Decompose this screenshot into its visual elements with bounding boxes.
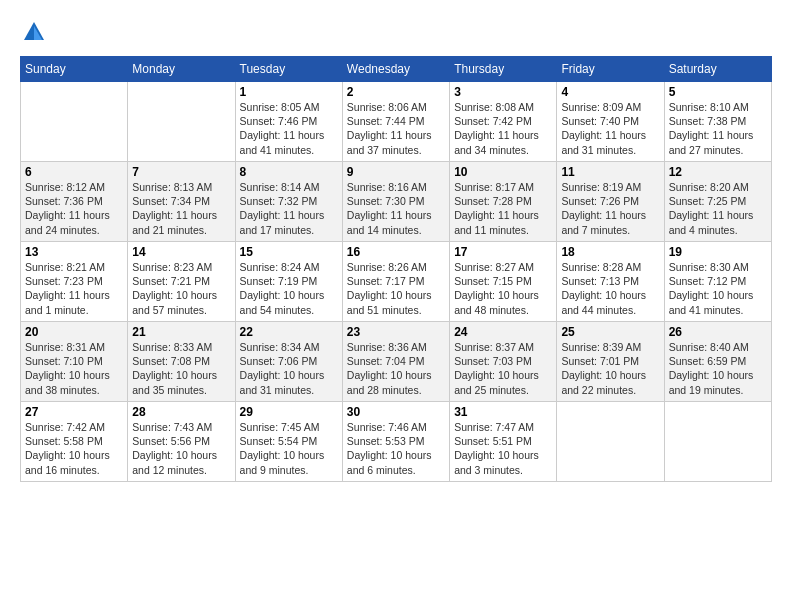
calendar-cell: 8Sunrise: 8:14 AMSunset: 7:32 PMDaylight… bbox=[235, 162, 342, 242]
day-number: 8 bbox=[240, 165, 338, 179]
day-number: 19 bbox=[669, 245, 767, 259]
day-info: Sunrise: 8:33 AMSunset: 7:08 PMDaylight:… bbox=[132, 340, 230, 397]
day-info: Sunrise: 8:13 AMSunset: 7:34 PMDaylight:… bbox=[132, 180, 230, 237]
day-number: 28 bbox=[132, 405, 230, 419]
day-number: 13 bbox=[25, 245, 123, 259]
day-number: 30 bbox=[347, 405, 445, 419]
day-info: Sunrise: 8:36 AMSunset: 7:04 PMDaylight:… bbox=[347, 340, 445, 397]
day-number: 25 bbox=[561, 325, 659, 339]
day-info: Sunrise: 8:30 AMSunset: 7:12 PMDaylight:… bbox=[669, 260, 767, 317]
calendar-cell: 14Sunrise: 8:23 AMSunset: 7:21 PMDayligh… bbox=[128, 242, 235, 322]
calendar: SundayMondayTuesdayWednesdayThursdayFrid… bbox=[20, 56, 772, 482]
day-info: Sunrise: 8:10 AMSunset: 7:38 PMDaylight:… bbox=[669, 100, 767, 157]
calendar-cell: 4Sunrise: 8:09 AMSunset: 7:40 PMDaylight… bbox=[557, 82, 664, 162]
calendar-cell: 5Sunrise: 8:10 AMSunset: 7:38 PMDaylight… bbox=[664, 82, 771, 162]
calendar-cell: 7Sunrise: 8:13 AMSunset: 7:34 PMDaylight… bbox=[128, 162, 235, 242]
calendar-cell: 13Sunrise: 8:21 AMSunset: 7:23 PMDayligh… bbox=[21, 242, 128, 322]
day-header: Friday bbox=[557, 57, 664, 82]
calendar-cell bbox=[664, 402, 771, 482]
calendar-cell bbox=[557, 402, 664, 482]
day-info: Sunrise: 8:16 AMSunset: 7:30 PMDaylight:… bbox=[347, 180, 445, 237]
day-info: Sunrise: 8:31 AMSunset: 7:10 PMDaylight:… bbox=[25, 340, 123, 397]
day-info: Sunrise: 8:28 AMSunset: 7:13 PMDaylight:… bbox=[561, 260, 659, 317]
day-info: Sunrise: 8:12 AMSunset: 7:36 PMDaylight:… bbox=[25, 180, 123, 237]
day-info: Sunrise: 8:26 AMSunset: 7:17 PMDaylight:… bbox=[347, 260, 445, 317]
calendar-cell: 25Sunrise: 8:39 AMSunset: 7:01 PMDayligh… bbox=[557, 322, 664, 402]
day-info: Sunrise: 8:06 AMSunset: 7:44 PMDaylight:… bbox=[347, 100, 445, 157]
logo bbox=[20, 18, 52, 46]
calendar-cell: 28Sunrise: 7:43 AMSunset: 5:56 PMDayligh… bbox=[128, 402, 235, 482]
calendar-cell: 2Sunrise: 8:06 AMSunset: 7:44 PMDaylight… bbox=[342, 82, 449, 162]
day-number: 11 bbox=[561, 165, 659, 179]
calendar-cell: 1Sunrise: 8:05 AMSunset: 7:46 PMDaylight… bbox=[235, 82, 342, 162]
day-number: 21 bbox=[132, 325, 230, 339]
calendar-cell: 19Sunrise: 8:30 AMSunset: 7:12 PMDayligh… bbox=[664, 242, 771, 322]
header bbox=[20, 18, 772, 46]
day-number: 31 bbox=[454, 405, 552, 419]
day-info: Sunrise: 8:05 AMSunset: 7:46 PMDaylight:… bbox=[240, 100, 338, 157]
calendar-cell: 21Sunrise: 8:33 AMSunset: 7:08 PMDayligh… bbox=[128, 322, 235, 402]
day-number: 10 bbox=[454, 165, 552, 179]
day-info: Sunrise: 8:21 AMSunset: 7:23 PMDaylight:… bbox=[25, 260, 123, 317]
day-number: 9 bbox=[347, 165, 445, 179]
day-number: 18 bbox=[561, 245, 659, 259]
day-info: Sunrise: 8:19 AMSunset: 7:26 PMDaylight:… bbox=[561, 180, 659, 237]
calendar-cell: 16Sunrise: 8:26 AMSunset: 7:17 PMDayligh… bbox=[342, 242, 449, 322]
calendar-cell: 17Sunrise: 8:27 AMSunset: 7:15 PMDayligh… bbox=[450, 242, 557, 322]
day-info: Sunrise: 8:20 AMSunset: 7:25 PMDaylight:… bbox=[669, 180, 767, 237]
day-number: 3 bbox=[454, 85, 552, 99]
calendar-cell: 10Sunrise: 8:17 AMSunset: 7:28 PMDayligh… bbox=[450, 162, 557, 242]
day-info: Sunrise: 8:40 AMSunset: 6:59 PMDaylight:… bbox=[669, 340, 767, 397]
calendar-cell: 22Sunrise: 8:34 AMSunset: 7:06 PMDayligh… bbox=[235, 322, 342, 402]
calendar-cell: 29Sunrise: 7:45 AMSunset: 5:54 PMDayligh… bbox=[235, 402, 342, 482]
day-info: Sunrise: 8:09 AMSunset: 7:40 PMDaylight:… bbox=[561, 100, 659, 157]
day-info: Sunrise: 8:39 AMSunset: 7:01 PMDaylight:… bbox=[561, 340, 659, 397]
day-info: Sunrise: 8:34 AMSunset: 7:06 PMDaylight:… bbox=[240, 340, 338, 397]
calendar-cell: 9Sunrise: 8:16 AMSunset: 7:30 PMDaylight… bbox=[342, 162, 449, 242]
day-number: 7 bbox=[132, 165, 230, 179]
day-number: 15 bbox=[240, 245, 338, 259]
day-info: Sunrise: 7:47 AMSunset: 5:51 PMDaylight:… bbox=[454, 420, 552, 477]
calendar-cell: 24Sunrise: 8:37 AMSunset: 7:03 PMDayligh… bbox=[450, 322, 557, 402]
day-header: Saturday bbox=[664, 57, 771, 82]
day-number: 20 bbox=[25, 325, 123, 339]
calendar-cell: 30Sunrise: 7:46 AMSunset: 5:53 PMDayligh… bbox=[342, 402, 449, 482]
day-info: Sunrise: 8:37 AMSunset: 7:03 PMDaylight:… bbox=[454, 340, 552, 397]
day-info: Sunrise: 8:17 AMSunset: 7:28 PMDaylight:… bbox=[454, 180, 552, 237]
day-info: Sunrise: 7:45 AMSunset: 5:54 PMDaylight:… bbox=[240, 420, 338, 477]
day-header: Monday bbox=[128, 57, 235, 82]
calendar-cell: 26Sunrise: 8:40 AMSunset: 6:59 PMDayligh… bbox=[664, 322, 771, 402]
day-number: 14 bbox=[132, 245, 230, 259]
day-header: Sunday bbox=[21, 57, 128, 82]
day-info: Sunrise: 8:24 AMSunset: 7:19 PMDaylight:… bbox=[240, 260, 338, 317]
calendar-cell: 18Sunrise: 8:28 AMSunset: 7:13 PMDayligh… bbox=[557, 242, 664, 322]
day-header: Wednesday bbox=[342, 57, 449, 82]
calendar-cell: 23Sunrise: 8:36 AMSunset: 7:04 PMDayligh… bbox=[342, 322, 449, 402]
day-info: Sunrise: 7:42 AMSunset: 5:58 PMDaylight:… bbox=[25, 420, 123, 477]
day-number: 17 bbox=[454, 245, 552, 259]
day-number: 5 bbox=[669, 85, 767, 99]
day-header: Thursday bbox=[450, 57, 557, 82]
calendar-cell: 12Sunrise: 8:20 AMSunset: 7:25 PMDayligh… bbox=[664, 162, 771, 242]
calendar-cell: 20Sunrise: 8:31 AMSunset: 7:10 PMDayligh… bbox=[21, 322, 128, 402]
day-number: 23 bbox=[347, 325, 445, 339]
day-info: Sunrise: 8:14 AMSunset: 7:32 PMDaylight:… bbox=[240, 180, 338, 237]
day-info: Sunrise: 7:46 AMSunset: 5:53 PMDaylight:… bbox=[347, 420, 445, 477]
day-info: Sunrise: 7:43 AMSunset: 5:56 PMDaylight:… bbox=[132, 420, 230, 477]
calendar-cell: 27Sunrise: 7:42 AMSunset: 5:58 PMDayligh… bbox=[21, 402, 128, 482]
calendar-cell: 31Sunrise: 7:47 AMSunset: 5:51 PMDayligh… bbox=[450, 402, 557, 482]
day-number: 26 bbox=[669, 325, 767, 339]
day-info: Sunrise: 8:23 AMSunset: 7:21 PMDaylight:… bbox=[132, 260, 230, 317]
day-number: 4 bbox=[561, 85, 659, 99]
calendar-cell bbox=[21, 82, 128, 162]
day-number: 2 bbox=[347, 85, 445, 99]
day-number: 12 bbox=[669, 165, 767, 179]
calendar-cell: 6Sunrise: 8:12 AMSunset: 7:36 PMDaylight… bbox=[21, 162, 128, 242]
day-number: 27 bbox=[25, 405, 123, 419]
calendar-cell: 11Sunrise: 8:19 AMSunset: 7:26 PMDayligh… bbox=[557, 162, 664, 242]
day-number: 6 bbox=[25, 165, 123, 179]
day-info: Sunrise: 8:27 AMSunset: 7:15 PMDaylight:… bbox=[454, 260, 552, 317]
logo-icon bbox=[20, 18, 48, 46]
day-header: Tuesday bbox=[235, 57, 342, 82]
day-number: 1 bbox=[240, 85, 338, 99]
